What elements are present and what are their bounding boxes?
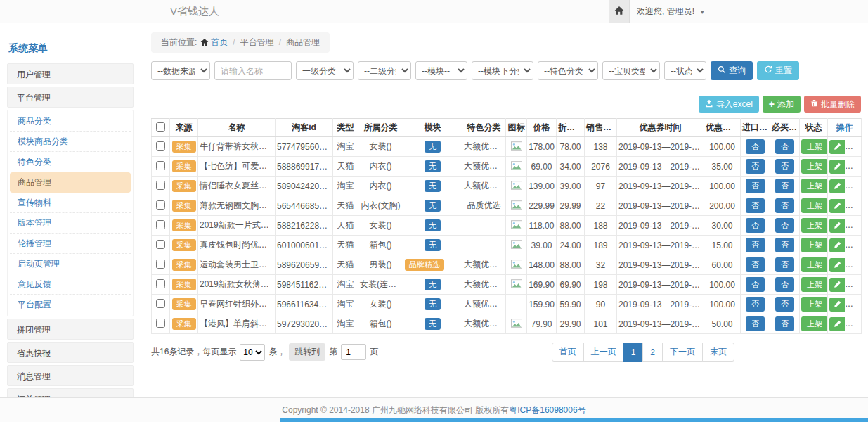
status-button[interactable]: 上架	[801, 179, 828, 193]
status-button[interactable]: 上架	[801, 238, 828, 252]
sidebar-sub-item[interactable]: 特色分类	[10, 152, 131, 172]
data-source-select[interactable]: --数据来源--	[151, 61, 210, 80]
must-buy-toggle[interactable]: 否	[775, 277, 794, 292]
page-button[interactable]: 上一页	[583, 343, 624, 362]
must-buy-toggle[interactable]: 否	[775, 257, 794, 272]
edit-button[interactable]	[829, 258, 845, 272]
row-checkbox[interactable]	[156, 220, 165, 229]
per-page-select[interactable]: 10	[240, 344, 265, 361]
add-button-label: 添加	[777, 98, 794, 110]
page-number-input[interactable]	[341, 344, 366, 360]
reset-button[interactable]: 重置	[757, 61, 799, 80]
import-excel-button[interactable]: 导入excel	[699, 96, 759, 113]
import-select-toggle[interactable]: 否	[746, 218, 765, 233]
cell-must-buy: 否	[770, 196, 800, 216]
breadcrumb-home-link[interactable]: 首页	[211, 37, 228, 47]
sidebar-sub-item[interactable]: 商品分类	[10, 111, 131, 132]
import-select-toggle[interactable]: 否	[746, 198, 765, 213]
page-button[interactable]: 首页	[552, 343, 584, 362]
category1-select[interactable]: 一级分类	[296, 61, 354, 80]
status-button[interactable]: 上架	[801, 297, 828, 312]
item-type-select[interactable]: --宝贝类型--	[602, 61, 660, 80]
page-button[interactable]: 下一页	[662, 343, 703, 362]
import-select-toggle[interactable]: 否	[746, 238, 765, 252]
row-checkbox[interactable]	[156, 200, 165, 210]
row-checkbox[interactable]	[156, 279, 165, 288]
edit-button[interactable]	[829, 278, 845, 292]
edit-button[interactable]	[829, 317, 845, 331]
user-menu[interactable]: 欢迎您, 管理员! ▼	[637, 0, 705, 24]
sidebar-sub-item[interactable]: 平台配置	[10, 295, 131, 315]
edit-button[interactable]	[829, 238, 845, 252]
must-buy-toggle[interactable]: 否	[775, 159, 794, 174]
sidebar-sub-item[interactable]: 版本管理	[10, 213, 131, 234]
status-select[interactable]: --状态--	[664, 61, 706, 80]
import-select-toggle[interactable]: 否	[746, 179, 765, 193]
cell-type: 天猫	[333, 236, 358, 255]
edit-button[interactable]	[829, 160, 845, 174]
cell-icon	[506, 157, 527, 177]
must-buy-toggle[interactable]: 否	[775, 297, 794, 312]
icp-link[interactable]: 粤ICP备16098006号	[509, 405, 585, 415]
page-button[interactable]: 末页	[702, 343, 734, 362]
row-checkbox[interactable]	[156, 181, 165, 190]
import-select-toggle[interactable]: 否	[746, 139, 765, 154]
edit-button[interactable]	[829, 140, 845, 154]
jump-button[interactable]: 跳转到	[289, 343, 325, 361]
status-button[interactable]: 上架	[801, 257, 828, 272]
select-all-checkbox[interactable]	[156, 122, 165, 132]
sidebar-group-item[interactable]: 拼团管理	[7, 319, 134, 340]
status-button[interactable]: 上架	[801, 159, 828, 174]
sidebar-group-item[interactable]: 消息管理	[7, 365, 134, 386]
module-select[interactable]: --模块--	[415, 61, 467, 80]
status-button[interactable]: 上架	[801, 218, 828, 233]
feature-category-select[interactable]: --特色分类--	[538, 61, 598, 80]
row-checkbox[interactable]	[156, 319, 165, 328]
status-button[interactable]: 上架	[801, 198, 828, 213]
sidebar-sub-item[interactable]: 启动页管理	[10, 254, 131, 274]
must-buy-toggle[interactable]: 否	[775, 139, 794, 154]
edit-button[interactable]	[829, 179, 845, 193]
sidebar-group-item[interactable]: 用户管理	[7, 63, 134, 84]
sidebar-item-active[interactable]: 商品管理	[10, 172, 131, 193]
module-subcategory-select[interactable]: --模块下分类--	[472, 61, 533, 80]
row-checkbox[interactable]	[156, 161, 165, 170]
column-header: 状态	[800, 119, 828, 137]
edit-button[interactable]	[829, 219, 845, 233]
status-button[interactable]: 上架	[801, 277, 828, 292]
row-checkbox[interactable]	[156, 260, 165, 269]
status-button[interactable]: 上架	[801, 316, 828, 331]
edit-button[interactable]	[829, 199, 845, 213]
row-checkbox[interactable]	[156, 141, 165, 151]
module-badge: 无	[425, 318, 441, 330]
name-search-input[interactable]	[214, 61, 292, 80]
category2-select[interactable]: --二级分类--	[358, 61, 411, 80]
page-button-active[interactable]: 1	[623, 343, 644, 362]
row-checkbox[interactable]	[156, 240, 165, 249]
page-button[interactable]: 2	[642, 343, 663, 362]
row-checkbox[interactable]	[156, 299, 165, 308]
add-button[interactable]: + 添加	[763, 96, 801, 113]
sidebar-sub-item[interactable]: 模块商品分类	[10, 132, 131, 152]
sidebar-group-item[interactable]: 省惠快报	[7, 342, 134, 363]
edit-button[interactable]	[829, 298, 845, 312]
import-select-toggle[interactable]: 否	[746, 297, 765, 312]
import-select-toggle[interactable]: 否	[746, 277, 765, 292]
must-buy-toggle[interactable]: 否	[775, 316, 794, 331]
must-buy-toggle[interactable]: 否	[775, 218, 794, 233]
must-buy-toggle[interactable]: 否	[775, 238, 794, 252]
home-button[interactable]	[609, 0, 630, 23]
must-buy-toggle[interactable]: 否	[775, 179, 794, 193]
search-button[interactable]: 查询	[711, 61, 753, 80]
import-select-toggle[interactable]: 否	[746, 257, 765, 272]
status-button[interactable]: 上架	[801, 139, 828, 154]
batch-delete-button[interactable]: 批量删除	[804, 96, 861, 113]
must-buy-toggle[interactable]: 否	[775, 198, 794, 213]
sidebar-sub-item[interactable]: 宣传物料	[10, 193, 131, 213]
sidebar-group-item[interactable]: 平台管理	[7, 87, 134, 108]
import-select-toggle[interactable]: 否	[746, 159, 765, 174]
horizontal-scrollbar-thumb[interactable]	[280, 418, 868, 422]
import-select-toggle[interactable]: 否	[746, 316, 765, 331]
sidebar-sub-item[interactable]: 轮播管理	[10, 234, 131, 254]
sidebar-sub-item[interactable]: 意见反馈	[10, 274, 131, 295]
